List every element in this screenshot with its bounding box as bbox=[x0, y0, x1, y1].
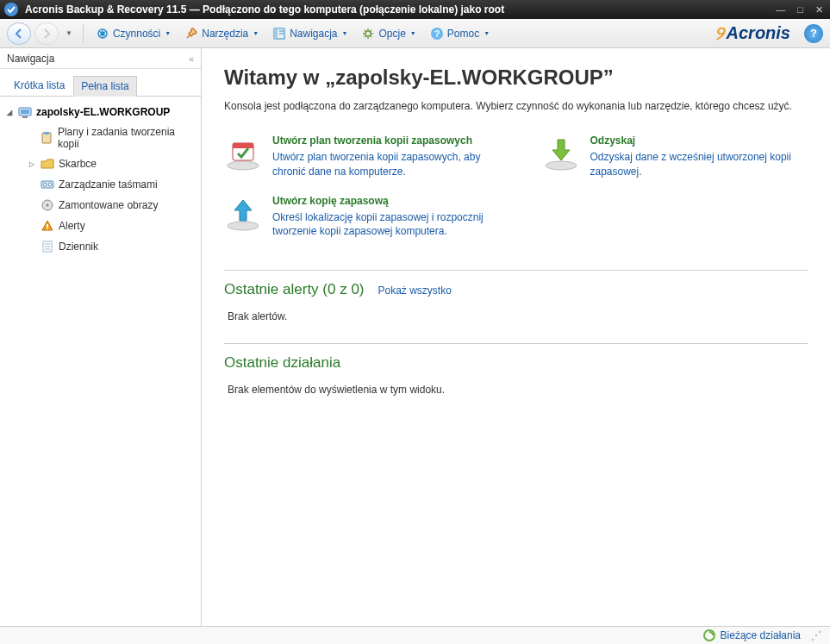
section-activities: Ostatnie działania Brak elementów do wyś… bbox=[224, 343, 808, 396]
tree-item-label: Alerty bbox=[59, 220, 85, 232]
options-menu-label: Opcje bbox=[378, 28, 405, 40]
show-all-alerts-link[interactable]: Pokaż wszystko bbox=[378, 284, 452, 297]
svg-rect-19 bbox=[47, 228, 48, 229]
separator bbox=[83, 24, 84, 43]
chevron-down-icon: ▼ bbox=[165, 30, 171, 36]
context-help-button[interactable]: ? bbox=[804, 24, 823, 43]
resize-grip-icon[interactable]: ⋰ bbox=[811, 629, 821, 641]
tree-item-tapes[interactable]: Zarządzanie taśmami bbox=[24, 174, 199, 195]
action-desc[interactable]: Odzyskaj dane z wcześniej utworzonej kop… bbox=[590, 150, 808, 179]
tree-item-mounted[interactable]: Zamontowane obrazy bbox=[24, 195, 199, 216]
navigation-icon bbox=[272, 27, 286, 41]
navigation-menu[interactable]: Nawigacja ▼ bbox=[267, 23, 353, 44]
svg-point-24 bbox=[228, 161, 259, 170]
activity-status-icon bbox=[703, 629, 715, 641]
sidebar-title: Nawigacja bbox=[7, 53, 189, 65]
svg-rect-12 bbox=[44, 132, 49, 134]
close-button[interactable]: ✕ bbox=[813, 4, 826, 16]
svg-point-28 bbox=[546, 161, 577, 170]
nav-back-button[interactable] bbox=[7, 22, 31, 45]
window-title: Acronis Backup & Recovery 11.5 — Podłącz… bbox=[25, 3, 773, 16]
svg-rect-26 bbox=[233, 143, 253, 148]
navigation-menu-label: Nawigacja bbox=[290, 28, 337, 40]
tree-item-label: Zamontowane obrazy bbox=[59, 199, 158, 211]
svg-point-5 bbox=[365, 31, 371, 36]
tape-icon bbox=[40, 178, 55, 191]
section-title: Ostatnie działania bbox=[224, 354, 340, 372]
chevron-down-icon: ▼ bbox=[342, 30, 348, 36]
alerts-empty-text: Brak alertów. bbox=[224, 310, 808, 322]
actions-menu-label: Czynności bbox=[113, 28, 160, 40]
tree-item-log[interactable]: Dziennik bbox=[24, 236, 199, 257]
log-icon bbox=[40, 240, 55, 253]
svg-point-27 bbox=[228, 222, 259, 230]
chevron-down-icon: ▼ bbox=[253, 30, 259, 36]
navigation-tree: ◢ zapolsky-EL.WORKGROUP Plany i zadania … bbox=[0, 97, 201, 262]
tree-item-label: Plany i zadania tworzenia kopii bbox=[58, 126, 194, 150]
activities-empty-text: Brak elementów do wyświetlenia w tym wid… bbox=[224, 384, 808, 396]
status-bar: Bieżące działania ⋰ bbox=[0, 626, 830, 644]
chevron-down-icon: ▼ bbox=[410, 30, 416, 36]
svg-rect-2 bbox=[274, 28, 278, 39]
actions-menu[interactable]: Czynności ▼ bbox=[90, 23, 176, 44]
actions-icon bbox=[96, 27, 109, 41]
brand-swoosh-icon: ୨ bbox=[715, 22, 724, 45]
svg-rect-9 bbox=[21, 109, 29, 114]
computer-icon bbox=[17, 105, 33, 119]
help-icon: ? bbox=[430, 27, 444, 41]
svg-point-17 bbox=[47, 204, 49, 207]
action-create-plan[interactable]: Utwórz plan tworzenia kopii zapasowych U… bbox=[224, 134, 490, 179]
vault-icon bbox=[40, 157, 55, 171]
maximize-button[interactable]: □ bbox=[795, 4, 806, 16]
nav-history-dropdown[interactable]: ▼ bbox=[66, 29, 72, 37]
alert-icon bbox=[40, 219, 55, 233]
tree-item-vaults[interactable]: ▷ Skarbce bbox=[24, 153, 199, 174]
tree-root-label: zapolsky-EL.WORKGROUP bbox=[36, 106, 170, 118]
tree-expand-icon[interactable]: ▷ bbox=[29, 160, 40, 168]
app-icon bbox=[4, 3, 18, 16]
tree-collapse-icon[interactable]: ◢ bbox=[7, 109, 17, 116]
tools-icon bbox=[184, 27, 198, 41]
section-alerts: Ostatnie alerty (0 z 0) Pokaż wszystko B… bbox=[224, 270, 808, 322]
page-description: Konsola jest podłączona do zarządzanego … bbox=[224, 98, 808, 114]
window-titlebar: Acronis Backup & Recovery 11.5 — Podłącz… bbox=[0, 0, 830, 19]
minimize-button[interactable]: — bbox=[773, 4, 788, 16]
action-desc[interactable]: Określ lokalizację kopii zapasowej i roz… bbox=[272, 210, 490, 240]
tree-item-label: Skarbce bbox=[59, 158, 97, 170]
tree-item-label: Zarządzanie taśmami bbox=[59, 178, 158, 191]
gear-icon bbox=[361, 27, 375, 41]
svg-text:?: ? bbox=[434, 28, 440, 39]
current-activities-link[interactable]: Bieżące działania bbox=[721, 629, 801, 641]
backup-up-icon bbox=[224, 195, 262, 233]
help-menu-label: Pomoc bbox=[447, 28, 479, 40]
main-content: Witamy w „zapolsky-EL.WORKGROUP” Konsola… bbox=[202, 48, 830, 626]
svg-point-15 bbox=[48, 183, 52, 186]
tools-menu[interactable]: Narzędzia ▼ bbox=[179, 23, 264, 44]
tree-item-label: Dziennik bbox=[59, 241, 98, 253]
svg-rect-18 bbox=[47, 224, 48, 228]
action-title[interactable]: Utwórz plan tworzenia kopii zapasowych bbox=[272, 134, 490, 147]
tab-full-list[interactable]: Pełna lista bbox=[73, 76, 136, 97]
action-recover[interactable]: Odzyskaj Odzyskaj dane z wcześniej utwor… bbox=[542, 134, 808, 179]
svg-point-14 bbox=[43, 183, 47, 186]
navigation-sidebar: Nawigacja « Krótka lista Pełna lista ◢ z… bbox=[0, 48, 202, 626]
nav-forward-button[interactable] bbox=[34, 22, 59, 45]
tree-root-machine[interactable]: ◢ zapolsky-EL.WORKGROUP bbox=[2, 102, 199, 122]
collapse-sidebar-button[interactable]: « bbox=[189, 53, 194, 64]
options-menu[interactable]: Opcje ▼ bbox=[356, 23, 421, 44]
action-create-backup[interactable]: Utwórz kopię zapasową Określ lokalizację… bbox=[224, 195, 490, 240]
action-title[interactable]: Utwórz kopię zapasową bbox=[272, 195, 490, 207]
action-desc[interactable]: Utwórz plan tworzenia kopii zapasowych, … bbox=[272, 150, 490, 179]
tab-short-list[interactable]: Krótka lista bbox=[7, 76, 72, 96]
brand-name: Acronis bbox=[727, 23, 790, 43]
chevron-down-icon: ▼ bbox=[484, 30, 490, 36]
action-title[interactable]: Odzyskaj bbox=[590, 134, 808, 147]
tools-menu-label: Narzędzia bbox=[202, 28, 248, 40]
recover-down-icon bbox=[542, 134, 580, 172]
calendar-plan-icon bbox=[224, 134, 262, 172]
help-menu[interactable]: ? Pomoc ▼ bbox=[425, 23, 495, 44]
page-title: Witamy w „zapolsky-EL.WORKGROUP” bbox=[224, 66, 808, 90]
tree-item-alerts[interactable]: Alerty bbox=[24, 216, 199, 236]
tree-item-plans[interactable]: Plany i zadania tworzenia kopii bbox=[24, 122, 199, 153]
section-title: Ostatnie alerty (0 z 0) bbox=[224, 281, 365, 298]
